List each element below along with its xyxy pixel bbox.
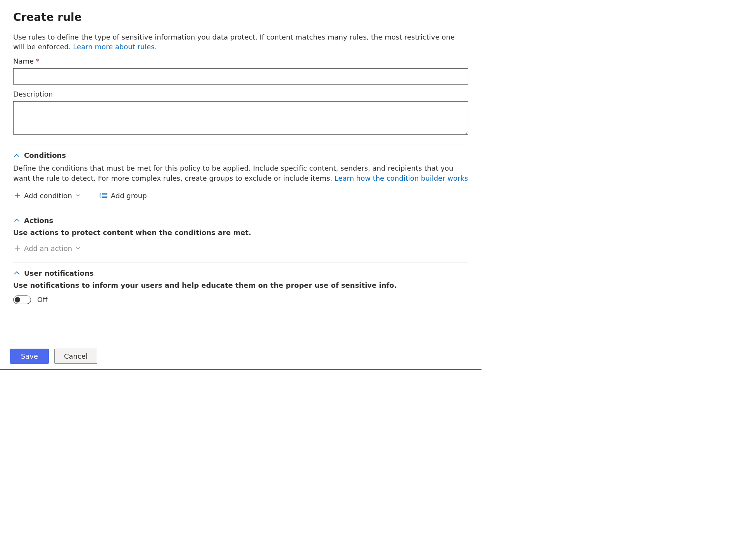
actions-description: Use actions to protect content when the … [13,228,468,237]
add-action-label: Add an action [24,244,72,252]
notifications-toggle-label: Off [37,296,48,304]
page-title: Create rule [13,11,468,24]
intro-text: Use rules to define the type of sensitiv… [13,32,468,52]
chevron-up-icon [13,217,20,224]
chevron-down-icon [75,193,81,198]
chevron-down-icon [75,245,81,251]
actions-title: Actions [24,216,53,225]
notifications-header[interactable]: User notifications [13,269,468,277]
svg-rect-3 [102,196,107,198]
notifications-description: Use notifications to inform your users a… [13,281,468,289]
svg-rect-2 [102,194,107,195]
name-label: Name * [13,57,468,65]
chevron-up-icon [13,270,20,277]
group-icon [99,192,108,199]
actions-header[interactable]: Actions [13,216,468,225]
required-asterisk: * [36,57,40,65]
add-group-label: Add group [111,192,147,200]
conditions-title: Conditions [24,151,66,159]
description-label: Description [13,90,468,98]
plus-icon [14,192,21,199]
save-button[interactable]: Save [10,349,49,364]
add-condition-button[interactable]: Add condition [13,190,81,201]
notifications-section: User notifications Use notifications to … [13,263,468,304]
add-group-button[interactable]: Add group [98,190,148,201]
notifications-toggle[interactable] [13,296,31,304]
add-action-button[interactable]: Add an action [13,243,81,254]
toggle-knob [15,297,20,302]
cancel-button[interactable]: Cancel [54,349,97,364]
condition-builder-link[interactable]: Learn how the condition builder works [335,174,468,182]
notifications-title: User notifications [24,269,93,277]
name-input[interactable] [13,68,468,85]
actions-section: Actions Use actions to protect content w… [13,210,468,254]
conditions-header[interactable]: Conditions [13,151,468,159]
add-condition-label: Add condition [24,192,72,200]
learn-more-rules-link[interactable]: Learn more about rules. [73,43,157,51]
description-input[interactable] [13,101,468,135]
conditions-section: Conditions Define the conditions that mu… [13,145,468,201]
plus-icon [14,245,21,252]
name-label-text: Name [13,57,34,65]
conditions-description: Define the conditions that must be met f… [13,163,468,183]
footer: Save Cancel [0,344,481,369]
chevron-up-icon [13,152,20,159]
